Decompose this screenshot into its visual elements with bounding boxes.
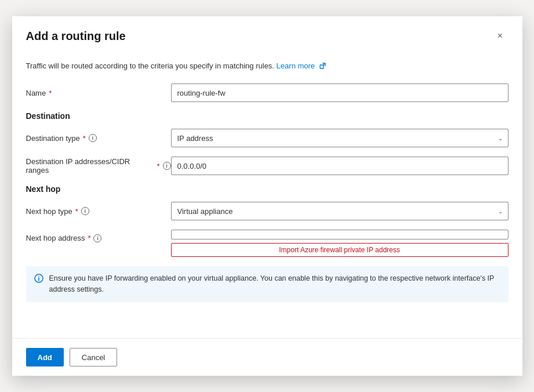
dialog-title: Add a routing rule [26,30,126,43]
cancel-button[interactable]: Cancel [70,348,117,366]
import-azure-firewall-button[interactable]: Import Azure firewall private IP address [171,243,508,257]
next-hop-type-label: Next hop type * i [26,207,171,216]
next-hop-type-info-icon[interactable]: i [81,207,89,215]
destination-ip-info-icon[interactable]: i [163,162,171,170]
info-text: Traffic will be routed according to the … [26,60,508,72]
dialog-body: Traffic will be routed according to the … [12,51,522,338]
next-hop-address-row: Next hop address * i Import Azure firewa… [26,230,508,257]
learn-more-link[interactable]: Learn more [277,61,326,70]
svg-point-2 [38,276,39,277]
destination-type-row: Destination type * i IP address Service … [26,129,508,147]
next-hop-address-label: Next hop address * i [26,234,171,242]
next-hop-address-info-icon[interactable]: i [93,234,101,242]
destination-type-label: Destination type * i [26,134,171,143]
next-hop-type-select-wrap: Virtual appliance Virtual network gatewa… [171,202,508,220]
destination-type-select-wrap: IP address Service tag Virtual network ⌄ [171,129,508,147]
destination-heading: Destination [26,111,508,121]
name-label: Name * [26,89,171,97]
destination-type-info-icon[interactable]: i [89,134,97,142]
add-button[interactable]: Add [26,348,64,366]
next-hop-address-field-group: Import Azure firewall private IP address [171,230,508,257]
next-hop-type-row: Next hop type * i Virtual appliance Virt… [26,202,508,220]
ip-forwarding-info-banner: Ensure you have IP forwarding enabled on… [26,266,508,302]
add-routing-rule-dialog: Add a routing rule × Traffic will be rou… [12,16,522,376]
external-link-icon [319,61,326,72]
name-input[interactable] [171,84,508,102]
dialog-header: Add a routing rule × [12,16,522,51]
next-hop-heading: Next hop [26,184,508,194]
info-banner-text: Ensure you have IP forwarding enabled on… [49,273,500,295]
destination-ip-label: Destination IP addresses/CIDR ranges * i [26,157,171,175]
destination-ip-input[interactable] [171,157,508,175]
destination-type-select[interactable]: IP address Service tag Virtual network [171,129,508,147]
destination-ip-row: Destination IP addresses/CIDR ranges * i [26,157,508,175]
info-banner-icon [34,274,43,285]
name-row: Name * [26,84,508,102]
close-button[interactable]: × [492,28,508,44]
next-hop-address-input[interactable] [171,230,508,239]
next-hop-type-select[interactable]: Virtual appliance Virtual network gatewa… [171,202,508,220]
dialog-footer: Add Cancel [12,338,522,376]
